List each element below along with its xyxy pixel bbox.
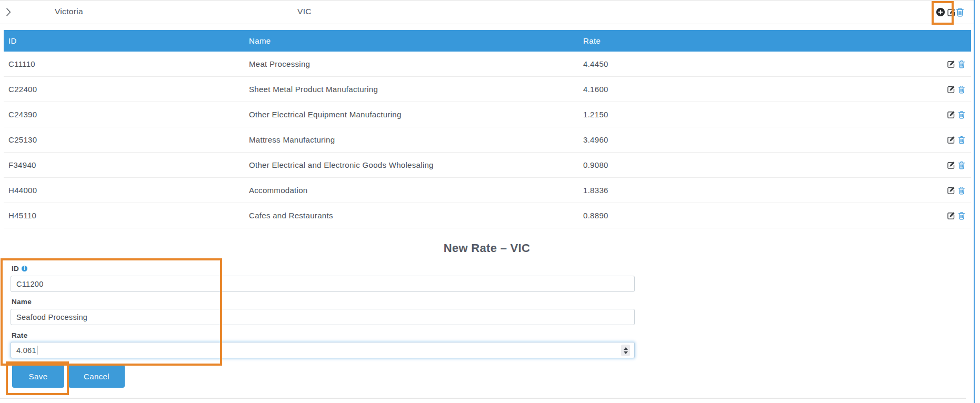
- cell-rate: 0.9080: [583, 160, 941, 169]
- row-actions: [941, 110, 966, 119]
- name-label-text: Name: [12, 298, 32, 306]
- cell-id: C24390: [8, 110, 249, 119]
- row-actions: [941, 211, 966, 220]
- chevron-right-icon[interactable]: [5, 7, 12, 17]
- edit-row-button[interactable]: [947, 135, 955, 144]
- cell-rate: 1.8336: [583, 186, 941, 195]
- trash-icon: [958, 60, 966, 68]
- rate-label-text: Rate: [12, 331, 27, 339]
- rate-stepper[interactable]: [621, 345, 630, 356]
- delete-row-button[interactable]: [958, 135, 966, 144]
- table-header-row: ID Name Rate: [4, 30, 971, 52]
- delete-row-button[interactable]: [958, 110, 966, 119]
- cell-id: H45110: [8, 211, 249, 220]
- row-actions: [941, 186, 966, 195]
- edit-pencil-icon: [947, 186, 955, 195]
- column-header-rate: Rate: [583, 36, 941, 45]
- edit-pencil-icon: [947, 211, 955, 220]
- cell-rate: 4.4450: [583, 59, 941, 68]
- row-actions: [941, 59, 966, 68]
- parent-code: VIC: [297, 7, 312, 16]
- page: Victoria VIC ID Name Rate C11110: [0, 0, 980, 403]
- cell-name: Other Electrical Equipment Manufacturing: [249, 110, 583, 119]
- trash-icon: [958, 211, 966, 220]
- edit-row-button[interactable]: [947, 211, 955, 220]
- text-caret: [37, 346, 38, 355]
- delete-state-button[interactable]: [956, 7, 966, 17]
- cell-rate: 0.8890: [583, 211, 941, 220]
- stepper-up-icon: [624, 347, 628, 350]
- cell-rate: 4.1600: [583, 85, 941, 94]
- delete-row-button[interactable]: [958, 59, 966, 68]
- id-label-text: ID: [12, 265, 19, 273]
- cancel-button[interactable]: Cancel: [68, 365, 125, 388]
- rate-input[interactable]: 4.061: [11, 342, 635, 358]
- trash-icon: [958, 186, 966, 195]
- trash-icon: [958, 85, 966, 94]
- stepper-down-icon: [624, 351, 628, 354]
- cell-name: Sheet Metal Product Manufacturing: [249, 85, 583, 94]
- edit-pencil-icon: [947, 85, 955, 94]
- cell-name: Meat Processing: [249, 59, 583, 68]
- rate-label: Rate: [12, 331, 27, 339]
- cell-id: F34940: [8, 160, 249, 169]
- table-row: C22400 Sheet Metal Product Manufacturing…: [4, 77, 971, 102]
- table-row: C24390 Other Electrical Equipment Manufa…: [4, 102, 971, 127]
- parent-row: Victoria VIC: [0, 0, 974, 24]
- table-row: H45110 Cafes and Restaurants 0.8890: [4, 203, 971, 228]
- rates-table: ID Name Rate C11110 Meat Processing 4.44…: [4, 30, 971, 228]
- column-header-id: ID: [8, 36, 249, 45]
- bottom-divider: [0, 398, 966, 399]
- edit-pencil-icon: [947, 60, 955, 68]
- edit-row-button[interactable]: [947, 186, 955, 195]
- trash-icon: [958, 136, 966, 144]
- edit-row-button[interactable]: [947, 59, 955, 68]
- cell-rate: 3.4960: [583, 135, 941, 144]
- cell-id: C11110: [8, 59, 249, 68]
- delete-row-button[interactable]: [958, 211, 966, 220]
- delete-row-button[interactable]: [958, 160, 966, 169]
- name-input[interactable]: [11, 309, 635, 325]
- table-row: H44000 Accommodation 1.8336: [4, 178, 971, 203]
- cell-name: Other Electrical and Electronic Goods Wh…: [249, 160, 583, 169]
- cell-name: Mattress Manufacturing: [249, 135, 583, 144]
- cell-id: C22400: [8, 85, 249, 94]
- table-row: C25130 Mattress Manufacturing 3.4960: [4, 127, 971, 153]
- id-input[interactable]: [11, 276, 635, 292]
- cell-id: H44000: [8, 186, 249, 195]
- edit-pencil-icon: [947, 110, 955, 119]
- trash-icon: [958, 161, 966, 169]
- table-row: F34940 Other Electrical and Electronic G…: [4, 153, 971, 178]
- plus-circle-icon: [936, 7, 946, 17]
- row-actions: [941, 85, 966, 94]
- row-actions: [941, 160, 966, 169]
- right-edge-line: [974, 0, 975, 403]
- name-label: Name: [12, 298, 32, 306]
- rate-input-value: 4.061: [16, 346, 36, 355]
- trash-icon: [958, 110, 966, 119]
- trash-icon: [956, 7, 966, 17]
- cell-id: C25130: [8, 135, 249, 144]
- edit-row-button[interactable]: [947, 85, 955, 94]
- edit-row-button[interactable]: [947, 110, 955, 119]
- edit-row-button[interactable]: [947, 160, 955, 169]
- cell-rate: 1.2150: [583, 110, 941, 119]
- edit-pencil-icon: [947, 136, 955, 144]
- cell-name: Cafes and Restaurants: [249, 211, 583, 220]
- delete-row-button[interactable]: [958, 186, 966, 195]
- delete-row-button[interactable]: [958, 85, 966, 94]
- row-actions: [941, 135, 966, 144]
- form-title: New Rate – VIC: [0, 241, 974, 255]
- parent-name: Victoria: [55, 7, 83, 16]
- edit-pencil-icon: [947, 161, 955, 169]
- info-icon[interactable]: i: [22, 266, 27, 271]
- cell-name: Accommodation: [249, 186, 583, 195]
- save-button[interactable]: Save: [12, 365, 64, 388]
- add-rate-button[interactable]: [936, 7, 946, 17]
- column-header-name: Name: [249, 36, 583, 45]
- table-row: C11110 Meat Processing 4.4450: [4, 52, 971, 77]
- id-label: ID i: [12, 265, 27, 273]
